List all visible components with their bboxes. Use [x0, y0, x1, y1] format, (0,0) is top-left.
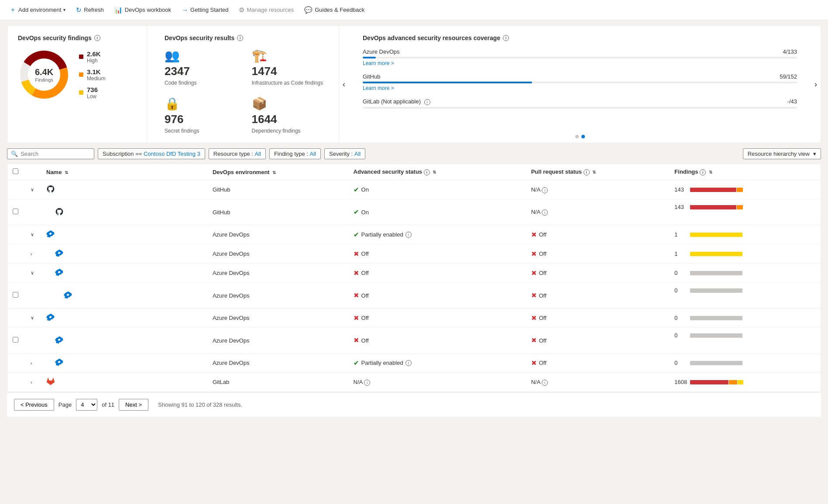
- azdevops-row-icon: [46, 313, 55, 323]
- name-icon-cell: [46, 185, 202, 195]
- findings-cell: 143: [669, 180, 821, 199]
- checkbox-cell: [7, 244, 24, 264]
- header-security-col[interactable]: Advanced security status i ⇅: [348, 164, 526, 180]
- row-more-button[interactable]: ⋮: [674, 294, 685, 304]
- expand-button[interactable]: ›: [29, 379, 34, 386]
- refresh-button[interactable]: ↻ Refresh: [72, 4, 108, 16]
- header-name-col[interactable]: Name ⇅: [41, 164, 207, 180]
- security-cell: ✔ Partially enabled i: [348, 353, 526, 373]
- view-select[interactable]: Resource hierarchy view ▾: [743, 148, 821, 159]
- row-checkbox[interactable]: [13, 209, 18, 214]
- name-icon-cell: [46, 313, 202, 323]
- severity-filter-chip[interactable]: Severity : All: [324, 148, 365, 159]
- findings-bar: 143: [674, 186, 815, 193]
- expand-button[interactable]: ›: [29, 250, 34, 257]
- findings-info-icon2[interactable]: i: [700, 169, 706, 175]
- table-row: › Azure DevOps ✖ Off ✖ Off 1: [7, 244, 821, 264]
- expand-button[interactable]: ∨: [29, 186, 36, 193]
- page-label: Page: [58, 401, 72, 408]
- secret-findings-icon: 🔒: [165, 96, 241, 111]
- dep-findings-item: 📦 1644 Dependency findings: [252, 96, 329, 134]
- checkbox-cell: [7, 309, 24, 328]
- pr-cell: N/A i: [526, 180, 670, 199]
- row-more-button[interactable]: ⋮: [674, 210, 685, 220]
- resource-type-filter-chip[interactable]: Resource type : All: [209, 148, 266, 159]
- findings-cell: 1: [669, 244, 821, 264]
- header-env-col[interactable]: DevOps environment ⇅: [207, 164, 348, 180]
- security-cell: ✖ Off: [348, 309, 526, 328]
- azdevops-row-icon: [55, 249, 64, 259]
- select-all-checkbox[interactable]: [13, 168, 18, 174]
- env-sort-icon[interactable]: ⇅: [272, 170, 276, 175]
- chevron-down-icon: ▾: [813, 151, 816, 157]
- env-cell: Azure DevOps: [207, 328, 348, 353]
- carousel-prev-button[interactable]: ‹: [339, 76, 349, 93]
- pr-status-off: ✖ Off: [531, 269, 546, 277]
- security-status-off: ✖ Off: [354, 336, 369, 344]
- add-environment-button[interactable]: ＋ Add environment ▾: [5, 3, 70, 16]
- name-cell: [41, 264, 207, 283]
- pr-status-off: ✖ Off: [531, 314, 546, 322]
- guides-feedback-button[interactable]: 💬 Guides & Feedback: [300, 4, 369, 16]
- subscription-filter-chip[interactable]: Subscription == Contoso DfD Testing 3: [98, 148, 205, 159]
- name-cell: [41, 373, 207, 392]
- results-title: DevOps security results i: [165, 34, 328, 41]
- previous-button[interactable]: < Previous: [14, 399, 54, 411]
- gitlab-row-icon: [46, 377, 55, 387]
- name-icon-cell: [46, 230, 202, 240]
- security-info-icon[interactable]: i: [424, 169, 430, 175]
- header-findings-col[interactable]: Findings i ⇅: [669, 164, 821, 180]
- findings-info-icon[interactable]: i: [94, 35, 100, 41]
- security-sort-icon[interactable]: ⇅: [433, 170, 436, 175]
- coverage-title: DevOps advanced security resources cover…: [363, 34, 797, 41]
- next-button[interactable]: Next >: [119, 399, 148, 411]
- azure-devops-learn-more-link[interactable]: Learn more >: [363, 60, 797, 66]
- findings-cell: 1608: [669, 373, 821, 392]
- checkbox-cell: [7, 373, 24, 392]
- gitlab-info-icon[interactable]: i: [424, 99, 430, 105]
- findings-bar: 1608: [674, 379, 815, 385]
- search-box[interactable]: 🔍: [7, 148, 94, 159]
- checkbox-cell: [7, 328, 24, 353]
- env-cell: GitHub: [207, 180, 348, 199]
- security-status-partial: ✔ Partially enabled i: [354, 231, 412, 239]
- dep-findings-icon: 📦: [252, 96, 329, 111]
- table-row: ∨ Azure DevOps ✖ Off ✖ Off 0: [7, 264, 821, 283]
- devops-workbook-button[interactable]: 📊 DevOps workbook: [110, 4, 175, 16]
- header-pr-col[interactable]: Pull request status i ⇅: [526, 164, 670, 180]
- pr-info-icon[interactable]: i: [584, 169, 590, 175]
- data-table-wrap: Name ⇅ DevOps environment ⇅ Advanced sec…: [7, 164, 821, 392]
- expand-button[interactable]: ∨: [29, 269, 36, 277]
- table-row: ∨ Azure DevOps ✖ Off ✖ Off 0: [7, 309, 821, 328]
- coverage-info-icon[interactable]: i: [503, 35, 509, 41]
- secret-findings-item: 🔒 976 Secret findings: [165, 96, 241, 134]
- pr-sort-icon[interactable]: ⇅: [592, 170, 596, 175]
- search-input[interactable]: [21, 151, 90, 157]
- name-icon-cell: [46, 336, 202, 346]
- env-cell: Azure DevOps: [207, 353, 348, 373]
- pr-status-off: ✖ Off: [531, 231, 546, 239]
- findings-sort-icon[interactable]: ⇅: [709, 170, 712, 175]
- github-learn-more-link[interactable]: Learn more >: [363, 85, 797, 91]
- finding-type-filter-chip[interactable]: Finding type : All: [269, 148, 321, 159]
- pr-cell: ✖ Off: [526, 328, 670, 353]
- env-cell: GitLab: [207, 373, 348, 392]
- expand-cell: ∨: [24, 180, 41, 199]
- getting-started-button[interactable]: → Getting Started: [177, 4, 233, 16]
- row-checkbox[interactable]: [13, 337, 18, 343]
- github-bar-fill: [363, 82, 532, 83]
- findings-cell: 0: [669, 264, 821, 283]
- row-more-button[interactable]: ⋮: [674, 339, 685, 349]
- page-select[interactable]: 4 123 567 891011: [76, 399, 97, 411]
- carousel-next-button[interactable]: ›: [811, 76, 821, 93]
- name-sort-icon[interactable]: ⇅: [65, 170, 68, 175]
- table-body: ∨ GitHub ✔ On N/A i 143: [7, 180, 821, 392]
- row-checkbox[interactable]: [13, 292, 18, 298]
- name-cell: [41, 180, 207, 199]
- expand-button[interactable]: ›: [29, 360, 34, 367]
- expand-button[interactable]: ∨: [29, 231, 36, 238]
- results-info-icon[interactable]: i: [237, 35, 243, 41]
- manage-resources-button[interactable]: ⚙ Manage resources: [234, 4, 298, 16]
- expand-button[interactable]: ∨: [29, 314, 36, 322]
- checkbox-cell: [7, 264, 24, 283]
